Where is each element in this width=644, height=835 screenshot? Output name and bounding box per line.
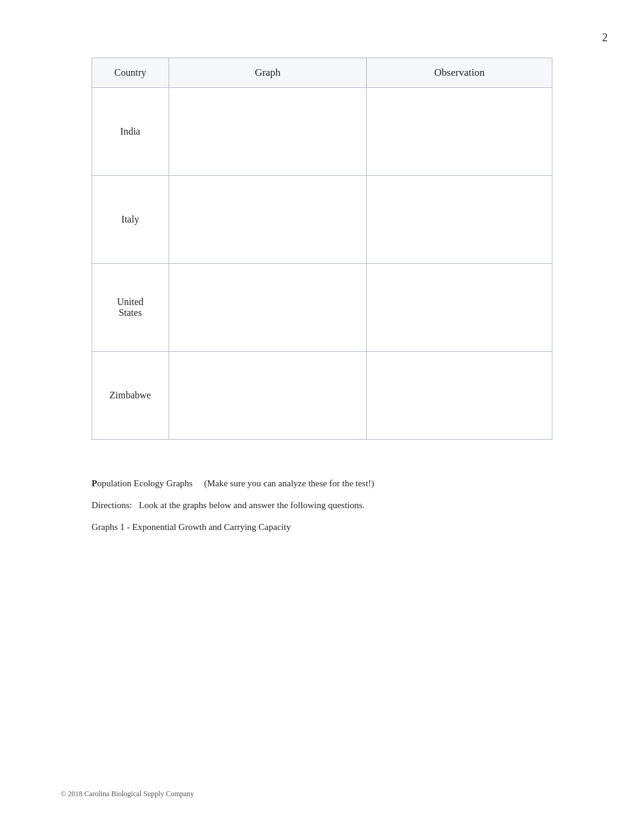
graph-united-states <box>169 264 367 352</box>
country-zimbabwe: Zimbabwe <box>92 352 169 440</box>
observation-italy <box>367 176 552 264</box>
observation-united-states <box>367 264 552 352</box>
graphs-label: Graphs 1 - Exponential Growth and Carryi… <box>92 520 552 534</box>
table-row: Italy <box>92 176 552 264</box>
observation-zimbabwe <box>367 352 552 440</box>
title-bold-p: P <box>92 478 97 488</box>
country-italy: Italy <box>92 176 169 264</box>
footer-section: Population Ecology Graphs (Make sure you… <box>92 476 552 534</box>
title-note: (Make sure you can analyze these for the… <box>204 478 374 488</box>
country-graph-table: Country Graph Observation India Italy Un… <box>92 58 552 440</box>
header-graph: Graph <box>169 58 367 88</box>
main-table-container: Country Graph Observation India Italy Un… <box>92 58 552 440</box>
directions-label: Directions: <box>92 500 132 510</box>
table-row: Zimbabwe <box>92 352 552 440</box>
header-country: Country <box>92 58 169 88</box>
title-main: opulation Ecology Graphs <box>97 478 192 488</box>
graph-india <box>169 88 367 176</box>
graph-italy <box>169 176 367 264</box>
page-number: 2 <box>602 32 608 44</box>
country-united-states: UnitedStates <box>92 264 169 352</box>
table-row: UnitedStates <box>92 264 552 352</box>
country-india: India <box>92 88 169 176</box>
population-ecology-title: Population Ecology Graphs (Make sure you… <box>92 476 552 491</box>
directions-line: Directions: Look at the graphs below and… <box>92 498 552 512</box>
graph-zimbabwe <box>169 352 367 440</box>
table-header-row: Country Graph Observation <box>92 58 552 88</box>
copyright: © 2018 Carolina Biological Supply Compan… <box>61 790 194 799</box>
directions-text: Look at the graphs below and answer the … <box>139 500 364 510</box>
observation-india <box>367 88 552 176</box>
table-row: India <box>92 88 552 176</box>
header-observation: Observation <box>367 58 552 88</box>
